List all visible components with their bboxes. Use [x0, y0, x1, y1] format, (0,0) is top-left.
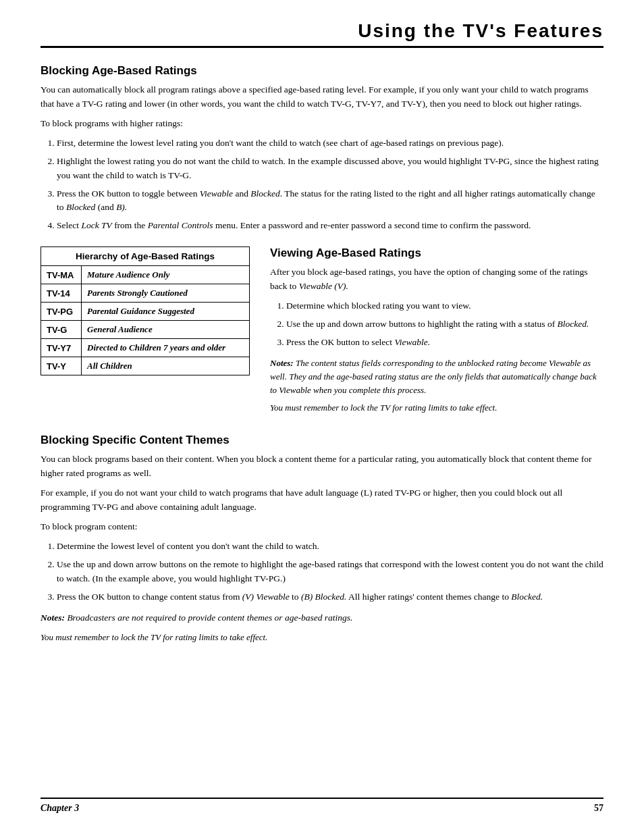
rating-desc-tv14: Parents Strongly Cautioned — [82, 284, 250, 303]
blocking-specific-intro2: For example, if you do not want your chi… — [41, 486, 603, 515]
rating-desc-tvy: All Children — [82, 357, 250, 375]
viewing-age-title: Viewing Age-Based Ratings — [270, 246, 603, 260]
blocking-specific-intro1: You can block programs based on their co… — [41, 452, 603, 481]
viewing-notes: Notes: The content status fields corresp… — [270, 357, 603, 397]
table-row: TV-G General Audience — [41, 321, 250, 339]
rating-code-tvpg: TV-PG — [41, 303, 82, 321]
footer-chapter: Chapter 3 — [41, 803, 79, 814]
blocking-specific-step-1: Determine the lowest level of content yo… — [57, 540, 603, 554]
viewing-notes-label: Notes: — [270, 358, 294, 368]
ratings-table: Hierarchy of Age-Based Ratings TV-MA Mat… — [41, 246, 250, 375]
rating-code-tvma: TV-MA — [41, 266, 82, 284]
rating-code-tvy7: TV-Y7 — [41, 339, 82, 357]
table-row: TV-MA Mature Audience Only — [41, 266, 250, 284]
page-header: Using the TV's Features — [41, 20, 603, 48]
blocking-age-step-2: Highlight the lowest rating you do not w… — [57, 155, 603, 183]
ratings-table-wrap: Hierarchy of Age-Based Ratings TV-MA Mat… — [41, 246, 250, 375]
table-row: TV-PG Parental Guidance Suggested — [41, 303, 250, 321]
blocking-specific-step-2: Use the up and down arrow buttons on the… — [57, 558, 603, 586]
footer-page-number: 57 — [594, 803, 603, 814]
blocking-specific-steps: Determine the lowest level of content yo… — [57, 540, 603, 604]
blocking-specific-title: Blocking Specific Content Themes — [41, 434, 603, 447]
blocking-age-intro1: You can automatically block all program … — [41, 83, 603, 111]
rating-desc-tvy7: Directed to Children 7 years and older — [82, 339, 250, 357]
viewing-notes-italic: You must remember to lock the TV for rat… — [270, 401, 603, 415]
rating-desc-tvpg: Parental Guidance Suggested — [82, 303, 250, 321]
blocking-age-step-3: Press the OK button to toggle between Vi… — [57, 187, 603, 215]
page-title: Using the TV's Features — [41, 20, 603, 42]
blocking-specific-notes: Notes: Broadcasters are not required to … — [41, 611, 603, 644]
viewing-step-3: Press the OK button to select Viewable. — [286, 336, 603, 350]
blocking-specific-intro3: To block program content: — [41, 520, 603, 534]
blocking-age-step-1: First, determine the lowest level rating… — [57, 136, 603, 151]
viewing-age-steps: Determine which blocked rating you want … — [286, 299, 603, 350]
blocking-age-steps: First, determine the lowest level rating… — [57, 136, 603, 234]
rating-desc-tvg: General Audience — [82, 321, 250, 339]
blocking-specific-notes-text1: Broadcasters are not required to provide… — [65, 613, 352, 623]
blocking-age-title: Blocking Age-Based Ratings — [41, 64, 603, 78]
ratings-table-header: Hierarchy of Age-Based Ratings — [41, 247, 250, 266]
blocking-specific-section: Blocking Specific Content Themes You can… — [41, 434, 603, 644]
viewing-step-2: Use the up and down arrow buttons to hig… — [286, 317, 603, 332]
blocking-specific-notes-text2: You must remember to lock the TV for rat… — [41, 631, 603, 644]
blocking-specific-notes-label: Notes: — [41, 613, 65, 623]
viewing-age-intro: After you block age-based ratings, you h… — [270, 265, 603, 294]
blocking-specific-notes-p1: Notes: Broadcasters are not required to … — [41, 611, 603, 625]
rating-code-tv14: TV-14 — [41, 284, 82, 303]
blocking-age-step-4: Select Lock TV from the Parental Control… — [57, 219, 603, 233]
viewing-age-section: Viewing Age-Based Ratings After you bloc… — [270, 246, 603, 420]
rating-code-tvg: TV-G — [41, 321, 82, 339]
rating-code-tvy: TV-Y — [41, 357, 82, 375]
table-row: TV-14 Parents Strongly Cautioned — [41, 284, 250, 303]
table-row: TV-Y All Children — [41, 357, 250, 375]
two-column-layout: Hierarchy of Age-Based Ratings TV-MA Mat… — [41, 246, 603, 420]
blocking-age-section: Blocking Age-Based Ratings You can autom… — [41, 64, 603, 233]
viewing-step-1: Determine which blocked rating you want … — [286, 299, 603, 313]
page-footer: Chapter 3 57 — [41, 798, 603, 814]
table-row: TV-Y7 Directed to Children 7 years and o… — [41, 339, 250, 357]
viewing-notes-text: The content status fields corresponding … — [270, 358, 597, 395]
ratings-table-body: TV-MA Mature Audience Only TV-14 Parents… — [41, 266, 250, 375]
blocking-age-intro2: To block programs with higher ratings: — [41, 117, 603, 131]
rating-desc-tvma: Mature Audience Only — [82, 266, 250, 284]
blocking-specific-step-3: Press the OK button to change content st… — [57, 590, 603, 604]
